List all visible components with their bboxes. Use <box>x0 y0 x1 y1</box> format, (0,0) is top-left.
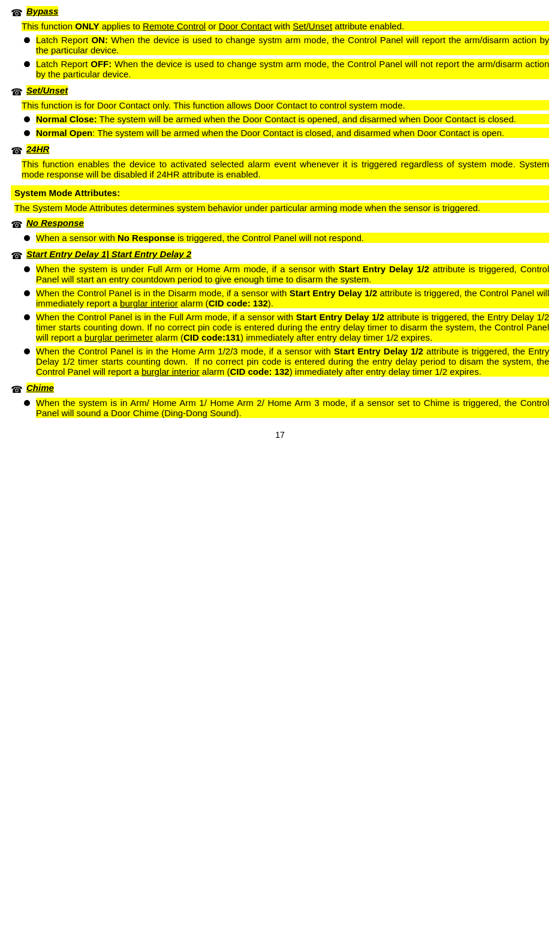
entry-delay-bullet-1: When the system is under Full Arm or Hom… <box>24 264 549 284</box>
bypass-bullet-1: Latch Report ON: When the device is used… <box>24 35 549 55</box>
chime-phone-icon: ☎ <box>11 384 23 395</box>
bullet-dot <box>24 37 30 43</box>
bullet-dot <box>24 130 30 136</box>
entry-delay-bullet-4: When the Control Panel is in the Home Ar… <box>24 346 549 377</box>
bypass-bullet-2: Latch Report OFF: When the device is use… <box>24 59 549 79</box>
no-response-section: ☎ No Response When a sensor with No Resp… <box>11 218 549 243</box>
entry-delay-header: ☎ Start Entry Delay 1| Start Entry Delay… <box>11 249 549 261</box>
set-unset-header: ☎ Set/Unset <box>11 85 549 98</box>
system-mode-body: The System Mode Attributes determines sy… <box>14 203 549 213</box>
bullet-dot <box>24 314 30 320</box>
bypass-bullet-2-text: Latch Report OFF: When the device is use… <box>36 59 549 79</box>
no-response-phone-icon: ☎ <box>11 219 23 230</box>
bullet-dot <box>24 235 30 241</box>
bullet-dot <box>24 116 30 122</box>
set-unset-body: This function is for Door Contact only. … <box>22 100 549 110</box>
set-unset-title: Set/Unset <box>26 85 68 95</box>
chime-bullet-1-text: When the system is in Arm/ Home Arm 1/ H… <box>36 398 549 418</box>
entry-delay-bullet-2-text: When the Control Panel is in the Disarm … <box>36 288 549 308</box>
bypass-phone-icon: ☎ <box>11 7 23 19</box>
entry-delay-bullet-1-text: When the system is under Full Arm or Hom… <box>36 264 549 284</box>
set-unset-bullet-2: Normal Open: The system will be armed wh… <box>24 128 549 138</box>
entry-delay-bullet-2: When the Control Panel is in the Disarm … <box>24 288 549 308</box>
chime-title: Chime <box>26 383 54 393</box>
set-unset-bullets: Normal Close: The system will be armed w… <box>24 114 549 138</box>
bullet-dot <box>24 290 30 296</box>
chime-header: ☎ Chime <box>11 383 549 395</box>
chime-section: ☎ Chime When the system is in Arm/ Home … <box>11 383 549 418</box>
entry-delay-bullet-3-text: When the Control Panel is in the Full Ar… <box>36 312 549 342</box>
24hr-phone-icon: ☎ <box>11 145 23 157</box>
entry-delay-bullet-4-text: When the Control Panel is in the Home Ar… <box>36 346 549 377</box>
system-mode-header: System Mode Attributes: <box>11 185 549 200</box>
bullet-dot <box>24 348 30 354</box>
24hr-title: 24HR <box>26 144 49 154</box>
no-response-bullet-1: When a sensor with No Response is trigge… <box>24 233 549 243</box>
entry-delay-section: ☎ Start Entry Delay 1| Start Entry Delay… <box>11 249 549 377</box>
chime-bullets: When the system is in Arm/ Home Arm 1/ H… <box>24 398 549 418</box>
bypass-bullets: Latch Report ON: When the device is used… <box>24 35 549 79</box>
set-unset-bullet-1: Normal Close: The system will be armed w… <box>24 114 549 124</box>
set-unset-phone-icon: ☎ <box>11 86 23 98</box>
no-response-title: No Response <box>26 218 84 228</box>
bullet-dot <box>24 61 30 67</box>
bypass-header: ☎ Bypass <box>11 6 549 19</box>
set-unset-bullet-2-text: Normal Open: The system will be armed wh… <box>36 128 549 138</box>
bypass-section: ☎ Bypass This function ONLY applies to R… <box>11 6 549 79</box>
entry-delay-phone-icon: ☎ <box>11 250 23 261</box>
bypass-bullet-1-text: Latch Report ON: When the device is used… <box>36 35 549 55</box>
entry-delay-bullets: When the system is under Full Arm or Hom… <box>24 264 549 377</box>
bypass-title: Bypass <box>26 6 58 16</box>
no-response-bullets: When a sensor with No Response is trigge… <box>24 233 549 243</box>
bullet-dot <box>24 266 30 272</box>
entry-delay-bullet-3: When the Control Panel is in the Full Ar… <box>24 312 549 342</box>
no-response-header: ☎ No Response <box>11 218 549 230</box>
24hr-header: ☎ 24HR <box>11 144 549 157</box>
24hr-section: ☎ 24HR This function enables the device … <box>11 144 549 179</box>
bypass-body: This function ONLY applies to Remote Con… <box>22 21 549 31</box>
set-unset-section: ☎ Set/Unset This function is for Door Co… <box>11 85 549 138</box>
entry-delay-title: Start Entry Delay 1| Start Entry Delay 2 <box>26 249 191 259</box>
chime-bullet-1: When the system is in Arm/ Home Arm 1/ H… <box>24 398 549 418</box>
no-response-bullet-1-text: When a sensor with No Response is trigge… <box>36 233 549 243</box>
bullet-dot <box>24 400 30 406</box>
set-unset-bullet-1-text: Normal Close: The system will be armed w… <box>36 114 549 124</box>
24hr-body: This function enables the device to acti… <box>22 159 549 179</box>
page-number: 17 <box>11 430 549 440</box>
